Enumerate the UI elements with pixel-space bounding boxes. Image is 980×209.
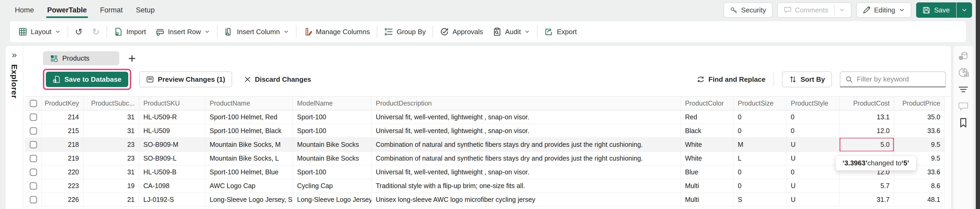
database-panel-icon[interactable]: [958, 51, 969, 62]
menu-item-format[interactable]: Format: [100, 4, 124, 16]
table-cell[interactable]: Universal fit, well-vented, lightweight …: [372, 110, 681, 124]
table-cell[interactable]: 8.6: [894, 179, 945, 193]
menu-item-setup[interactable]: Setup: [135, 4, 155, 16]
insert-row-dropdown[interactable]: Insert Row: [151, 24, 215, 40]
table-cell[interactable]: 0: [786, 124, 840, 138]
tab-products[interactable]: Products: [43, 51, 119, 65]
table-cell[interactable]: Universal fit, well-vented, lightweight …: [372, 165, 681, 179]
select-all-checkbox[interactable]: [30, 100, 37, 107]
table-cell[interactable]: CA-1098: [139, 179, 205, 193]
row-select-cell[interactable]: [25, 152, 41, 165]
table-cell[interactable]: Sport-100 Helmet, Red: [205, 110, 293, 124]
table-cell[interactable]: 0: [786, 165, 840, 179]
column-header[interactable]: ProductStyle: [786, 97, 840, 110]
preview-changes-button[interactable]: Preview Changes (1): [139, 71, 232, 87]
row-select-cell[interactable]: [25, 193, 41, 207]
table-cell[interactable]: 0: [733, 110, 786, 124]
manage-columns-button[interactable]: Manage Columns: [299, 24, 375, 40]
table-cell[interactable]: 21: [83, 193, 139, 207]
table-cell[interactable]: 5.7: [840, 179, 894, 193]
table-cell[interactable]: 31: [83, 110, 139, 124]
export-button[interactable]: Export: [539, 24, 581, 40]
table-cell[interactable]: 214: [41, 110, 83, 124]
table-cell[interactable]: 0: [733, 179, 786, 193]
table-cell[interactable]: Sport-100: [293, 165, 372, 179]
table-cell[interactable]: 33.6: [894, 124, 945, 138]
table-cell[interactable]: M: [733, 138, 786, 152]
row-select-cell[interactable]: [25, 124, 41, 138]
table-cell[interactable]: Unisex long-sleeve AWC logo microfiber c…: [372, 193, 681, 207]
row-checkbox[interactable]: [30, 141, 37, 149]
row-checkbox[interactable]: [30, 182, 37, 190]
table-cell[interactable]: Sport-100 Helmet, Blue: [205, 165, 293, 179]
comments-panel-icon[interactable]: [958, 101, 969, 112]
layout-dropdown[interactable]: Layout: [14, 24, 65, 40]
undo-button[interactable]: ↺: [70, 24, 88, 40]
row-select-cell[interactable]: [25, 110, 41, 124]
save-dropdown-button[interactable]: [957, 2, 972, 18]
column-header[interactable]: ProductPrice: [894, 97, 945, 110]
column-header[interactable]: ProductColor: [681, 97, 733, 110]
table-cell[interactable]: 218: [41, 138, 83, 152]
row-checkbox[interactable]: [30, 127, 37, 135]
table-cell[interactable]: U: [786, 193, 840, 207]
table-cell[interactable]: 0: [786, 110, 840, 124]
table-cell[interactable]: SO-B909-M: [139, 138, 205, 152]
column-header[interactable]: ProductSize: [733, 97, 786, 110]
table-cell[interactable]: 223: [41, 179, 83, 193]
table-cell[interactable]: 215: [41, 124, 83, 138]
table-cell[interactable]: 23: [83, 138, 139, 152]
table-cell[interactable]: Blue: [681, 165, 733, 179]
table-cell[interactable]: 31: [83, 165, 139, 179]
save-button[interactable]: Save: [916, 2, 956, 18]
table-cell[interactable]: SO-B909-L: [139, 152, 205, 165]
bookmark-panel-icon[interactable]: [958, 117, 969, 128]
table-cell[interactable]: Long-Sleeve Logo Jersey, S: [205, 193, 293, 207]
table-cell[interactable]: 226: [41, 193, 83, 207]
table-cell[interactable]: AWC Logo Cap: [205, 179, 293, 193]
table-cell[interactable]: HL-U509-R: [139, 110, 205, 124]
table-cell[interactable]: Mountain Bike Socks: [293, 138, 372, 152]
table-cell[interactable]: White: [681, 138, 733, 152]
select-all-header-cell[interactable]: [25, 97, 41, 110]
redo-button[interactable]: ↻: [88, 24, 105, 40]
table-cell[interactable]: Sport-100: [293, 124, 372, 138]
column-header[interactable]: ProductCost: [840, 97, 894, 110]
table-cell[interactable]: 12.0: [840, 124, 894, 138]
add-tab-button[interactable]: +: [126, 52, 138, 65]
explorer-label[interactable]: Explorer: [10, 64, 19, 99]
audit-dropdown[interactable]: Audit: [488, 24, 535, 40]
explorer-expand-icon[interactable]: »: [12, 50, 17, 59]
table-cell[interactable]: 0: [733, 124, 786, 138]
approvals-button[interactable]: Approvals: [435, 24, 488, 40]
table-cell[interactable]: Traditional style with a flip-up brim; o…: [372, 179, 681, 193]
table-cell[interactable]: Sport-100 Helmet, Black: [205, 124, 293, 138]
table-cell[interactable]: Mountain Bike Socks: [293, 152, 372, 165]
chart-panel-icon[interactable]: [958, 67, 969, 78]
table-cell[interactable]: HL-U509: [139, 124, 205, 138]
table-cell[interactable]: 13.1: [840, 110, 894, 124]
filter-panel-icon[interactable]: [958, 84, 969, 95]
column-header[interactable]: ProductSKU: [139, 97, 205, 110]
table-cell[interactable]: Black: [681, 124, 733, 138]
menu-item-home[interactable]: Home: [14, 4, 35, 16]
table-cell[interactable]: LJ-0192-S: [139, 193, 205, 207]
menu-item-powertable[interactable]: PowerTable: [47, 4, 88, 16]
table-cell[interactable]: L: [733, 152, 786, 165]
row-checkbox[interactable]: [30, 196, 37, 203]
row-checkbox[interactable]: [30, 155, 37, 162]
row-select-cell[interactable]: [25, 138, 41, 152]
table-cell[interactable]: 9.5: [894, 138, 945, 152]
table-cell[interactable]: Mountain Bike Socks, M: [205, 138, 293, 152]
table-cell[interactable]: U: [786, 179, 840, 193]
sort-by-button[interactable]: Sort By: [782, 71, 832, 87]
table-cell[interactable]: 23: [83, 152, 139, 165]
table-cell[interactable]: 5.0: [840, 138, 894, 152]
column-header[interactable]: ProductSubc...: [83, 97, 139, 110]
row-checkbox[interactable]: [30, 114, 37, 121]
table-cell[interactable]: 219: [41, 152, 83, 165]
table-cell[interactable]: Multi: [681, 179, 733, 193]
table-cell[interactable]: Long-Sleeve Logo Jersey: [293, 193, 372, 207]
column-header[interactable]: ProductName: [205, 97, 293, 110]
column-header[interactable]: ProductDescription: [372, 97, 681, 110]
